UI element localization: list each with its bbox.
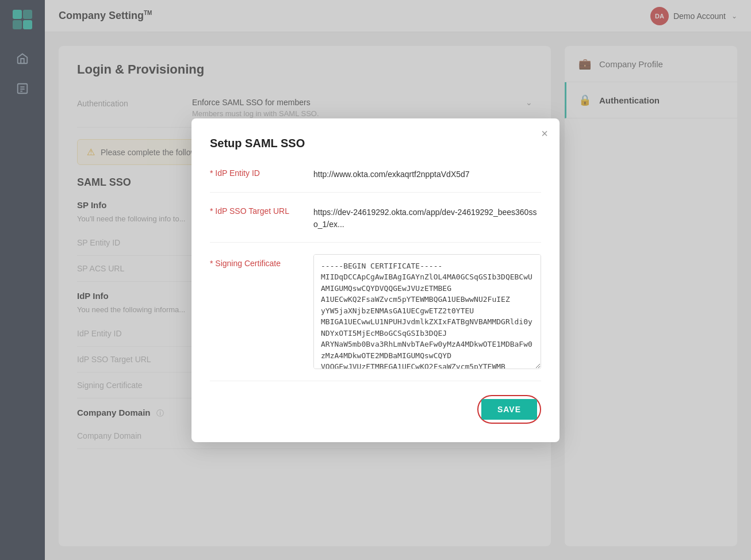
idp-entity-id-modal-value: http://www.okta.com/exkaqrtf2npptaVdX5d7 [313, 166, 541, 181]
modal-close-button[interactable]: × [541, 128, 548, 139]
modal-title: Setup SAML SSO [210, 137, 541, 150]
modal-footer: SAVE [210, 395, 541, 424]
idp-sso-target-url-modal-label: IdP SSO Target URL [210, 204, 302, 216]
idp-sso-target-url-field: IdP SSO Target URL https://dev-24619292.… [210, 204, 541, 243]
save-button-highlight: SAVE [477, 395, 541, 424]
idp-entity-id-modal-label: IdP Entity ID [210, 166, 302, 178]
modal-overlay[interactable]: × Setup SAML SSO IdP Entity ID http://ww… [0, 0, 751, 560]
signing-cert-modal-label: Signing Certificate [210, 254, 302, 268]
save-button[interactable]: SAVE [481, 399, 537, 420]
modal: × Setup SAML SSO IdP Entity ID http://ww… [191, 118, 560, 442]
signing-cert-field: Signing Certificate -----BEGIN CERTIFICA… [210, 254, 541, 381]
idp-entity-id-field: IdP Entity ID http://www.okta.com/exkaqr… [210, 166, 541, 193]
signing-cert-textarea[interactable]: -----BEGIN CERTIFICATE----- MIIDqDCCApCg… [313, 254, 541, 369]
idp-sso-target-url-modal-value: https://dev-24619292.okta.com/app/dev-24… [313, 204, 541, 231]
